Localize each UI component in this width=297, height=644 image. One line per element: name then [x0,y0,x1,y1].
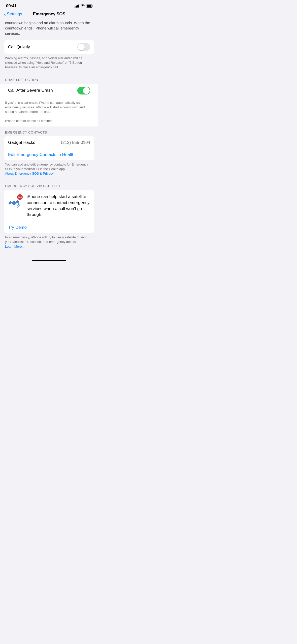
satellite-content: SOS iPhone can help start a satellite co… [4,190,94,222]
call-quietly-row[interactable]: Call Quietly [4,40,94,54]
satellite-icon-wrap: SOS [8,194,23,209]
crash-detection-label: Call After Severe Crash [8,88,53,93]
sos-badge-text: SOS [18,196,22,198]
crash-detection-card: Call After Severe Crash [4,84,94,98]
nav-bar: ‹ Settings Emergency SOS [0,10,98,19]
signal-icon [74,5,79,8]
satellite-header: EMERGENCY SOS VIA SATELLITE [0,180,98,190]
emergency-contacts-footer: You can add and edit emergency contacts … [0,160,98,180]
svg-rect-0 [11,201,16,206]
back-label: Settings [7,12,22,17]
page-title: Emergency SOS [33,12,65,17]
top-description: countdown begins and an alarm sounds. Wh… [0,19,98,40]
status-bar: 09:41 [0,0,98,10]
satellite-description: iPhone can help start a satellite connec… [27,194,90,218]
edit-contacts-link[interactable]: Edit Emergency Contacts in Health [4,149,94,160]
call-quietly-footer: Warning alarms, flashes, and VoiceOver a… [0,54,98,74]
satellite-footer: In an emergency, iPhone will try to use … [0,233,98,253]
sos-badge: SOS [17,194,23,200]
call-quietly-toggle[interactable] [77,43,90,51]
emergency-contacts-header: EMERGENCY CONTACTS [0,126,98,136]
svg-rect-1 [8,201,12,205]
crash-detection-toggle[interactable] [77,87,90,94]
about-sos-privacy-link[interactable]: About Emergency SOS & Privacy [5,172,54,175]
home-bar [32,260,66,261]
emergency-contacts-card: Gadget Hacks (212) 555-0104 Edit Emergen… [4,136,94,160]
home-indicator [0,258,98,263]
satellite-card: SOS iPhone can help start a satellite co… [4,190,94,233]
crash-detection-footer: If you're in a car crash, iPhone can aut… [0,98,98,126]
status-icons [74,4,93,8]
wifi-icon [81,4,85,8]
crash-detection-row[interactable]: Call After Severe Crash [4,84,94,98]
contact-name: Gadget Hacks [8,140,35,145]
chevron-left-icon: ‹ [4,12,6,17]
crash-detection-header: CRASH DETECTION [0,74,98,84]
status-time: 09:41 [6,4,17,9]
back-button[interactable]: ‹ Settings [4,12,22,17]
contact-row: Gadget Hacks (212) 555-0104 [4,136,94,149]
battery-icon [86,5,93,8]
learn-more-link[interactable]: Learn More... [5,245,24,248]
try-demo-link[interactable]: Try Demo [4,222,94,233]
call-quietly-card: Call Quietly [4,40,94,54]
call-quietly-label: Call Quietly [8,45,30,50]
contact-phone: (212) 555-0104 [61,140,90,145]
